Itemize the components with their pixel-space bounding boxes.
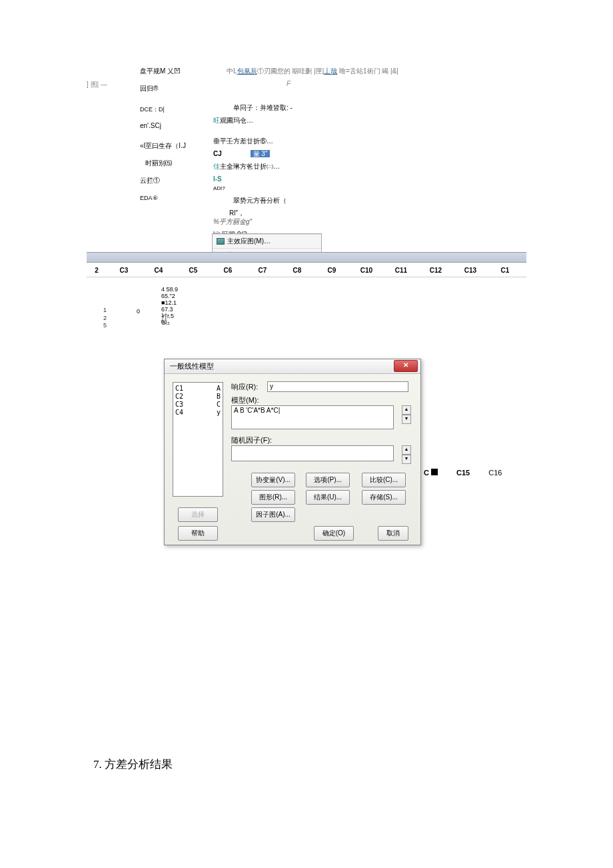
- ext-c15: C15: [456, 469, 470, 477]
- ext-col-headers: C C15 C16: [424, 469, 502, 477]
- data-zero: 0: [137, 308, 140, 315]
- variable-listbox[interactable]: C1A C2B C3C C4y: [173, 382, 223, 497]
- response-input[interactable]: y: [267, 381, 408, 392]
- col-h-2[interactable]: C4: [141, 267, 176, 274]
- menu-left-8[interactable]: EDA⑥: [140, 195, 207, 201]
- close-button[interactable]: ✕: [394, 360, 418, 372]
- menu-right-2[interactable]: CJ 量 3": [213, 149, 333, 158]
- menu-right-1[interactable]: 垂平壬方差廿折⑥…: [213, 137, 333, 145]
- dialog-title-text: 一般线性模型: [170, 362, 214, 370]
- graphs-button[interactable]: 图形(R)...: [251, 490, 295, 505]
- menu-right-3[interactable]: 佳主全琳方爸廿折㈡…: [213, 162, 333, 171]
- results-button[interactable]: 结果(U)...: [306, 490, 350, 505]
- submenu-main-effects[interactable]: 主效应图(M)…: [213, 234, 321, 248]
- menu-left-5[interactable]: «I至曰生存（I.J: [140, 141, 207, 151]
- glm-dialog: 一般线性模型 ✕ C1A C2B C3C C4y 响应(R): y 模型(M):…: [164, 359, 421, 545]
- response-label: 响应(R):: [231, 382, 258, 392]
- ext-c14: C: [424, 469, 438, 477]
- help-button[interactable]: 帮助: [178, 526, 218, 541]
- select-button: 选择: [178, 507, 218, 522]
- main-effects-icon: [217, 238, 225, 245]
- worksheet-bar: [87, 252, 526, 263]
- hint-link-1[interactable]: 包凰辰: [237, 67, 257, 75]
- chevron-down-icon[interactable]: ▼: [402, 415, 411, 424]
- col-h-8[interactable]: C10: [349, 267, 384, 274]
- col-h-9[interactable]: C11: [384, 267, 418, 274]
- storage-button[interactable]: 存储(S)...: [362, 490, 406, 505]
- model-input[interactable]: A B 'C'A*B A*C|: [231, 405, 394, 429]
- menu-left-6[interactable]: 时丽别⑸: [145, 159, 207, 168]
- ok-button[interactable]: 确定(O): [314, 526, 354, 541]
- graph-label: ] 图| —: [87, 80, 107, 89]
- factor-plot-button[interactable]: 因子图(A)...: [251, 507, 295, 522]
- cancel-button[interactable]: 取消: [378, 526, 408, 541]
- row-numbers: 1 2 5: [100, 307, 107, 330]
- random-factors-input[interactable]: [231, 445, 394, 461]
- menu-left-column: 盘平规M 乂凹 回归® DCE：D| en'.SCj «I至曰生存（I.J 时丽…: [140, 67, 207, 209]
- col-h-10[interactable]: C12: [418, 267, 453, 274]
- chevron-up-icon[interactable]: ▲: [402, 445, 411, 455]
- random-spinner[interactable]: ▲ ▼: [402, 445, 411, 464]
- column-headers: 2 C3 C4 C5 C6 C7 C8 C9 C10 C11 C12 C13 C…: [87, 267, 526, 277]
- chevron-up-icon[interactable]: ▲: [402, 405, 411, 415]
- model-label: 模型(M):: [231, 395, 259, 405]
- chevron-down-icon[interactable]: ▼: [402, 455, 411, 464]
- menu-left-4[interactable]: en'.SCj: [140, 122, 207, 129]
- top-hint-bar: 中L包凰辰①刃圃您的 期哇删 |匣|丄哉 唯=舌站1術门 竭 |&|: [227, 67, 398, 76]
- menu-left-1[interactable]: 盘平规M 乂凹: [140, 67, 207, 76]
- menu-right-5[interactable]: 翠势元方吾分析（: [233, 196, 333, 205]
- covariates-button[interactable]: 协变量(V)...: [251, 473, 295, 487]
- menu-right-0b[interactable]: 旺观圃玛仓…: [213, 116, 333, 125]
- menu-right-column: 单冋子：并堆皆取: - 旺观圃玛仓… 垂平壬方差廿折⑥… CJ 量 3" 佳主全…: [213, 103, 333, 243]
- col-h-11[interactable]: C13: [453, 267, 488, 274]
- square-icon: [431, 469, 438, 475]
- col-h-7[interactable]: C9: [314, 267, 349, 274]
- col-h-5[interactable]: C7: [245, 267, 280, 274]
- col-h-4[interactable]: C6: [211, 267, 245, 274]
- dialog-titlebar[interactable]: 一般线性模型 ✕: [165, 359, 420, 374]
- menu-right-4[interactable]: I-SADI?: [213, 175, 333, 192]
- hint-link-2[interactable]: 丄哉: [324, 67, 337, 75]
- comparisons-button[interactable]: 比较(C)...: [362, 473, 406, 487]
- options-button[interactable]: 选项(P)...: [306, 473, 350, 487]
- col-h-12[interactable]: C1: [488, 267, 522, 274]
- menu-right-0a[interactable]: 单冋子：并堆皆取: -: [233, 103, 333, 112]
- col-h-1[interactable]: C3: [107, 267, 141, 274]
- menu-left-3[interactable]: DCE：D|: [140, 105, 207, 114]
- random-factors-label: 随机因子(F):: [231, 435, 272, 445]
- model-spinner[interactable]: ▲ ▼: [402, 405, 411, 424]
- col-h-6[interactable]: C8: [280, 267, 314, 274]
- data-column: 4 58.9 65."2 ■12.1 67.3 衬r.5 帧₃: [161, 287, 178, 326]
- menu-left-2[interactable]: 回归®: [140, 84, 207, 93]
- col-h-0[interactable]: 2: [87, 267, 107, 274]
- ext-c16: C16: [488, 469, 502, 477]
- menu-left-7[interactable]: 云拦①: [140, 176, 207, 185]
- f-italic: F: [287, 80, 291, 87]
- menu-right-6[interactable]: Rl"，%乎方丽金g": [229, 209, 333, 226]
- section-title: 7. 方差分析结果: [93, 757, 173, 772]
- col-h-3[interactable]: C5: [176, 267, 211, 274]
